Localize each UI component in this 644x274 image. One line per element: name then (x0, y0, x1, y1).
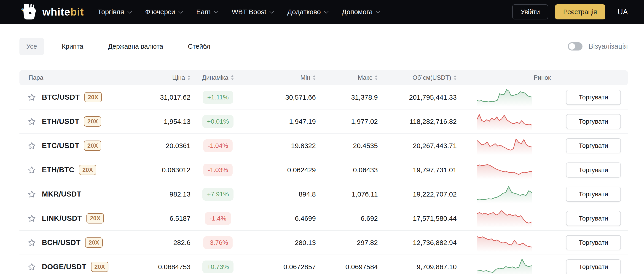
sparkline-chart (477, 112, 532, 131)
table-row: BCH/USDT20X282.6-3.76%280.13297.8212,736… (20, 231, 628, 255)
sort-icon[interactable] (454, 75, 457, 80)
header-max[interactable]: Макс (316, 74, 378, 81)
pair-name: MKR/USDT (42, 190, 82, 198)
price-value: 1,954.13 (122, 118, 190, 125)
change-badge: -3.76% (203, 236, 233, 249)
pair-cell[interactable]: ETH/BTC20X (20, 165, 122, 175)
menu-item-4[interactable]: WBT Boost (232, 8, 272, 16)
menu-item-2[interactable]: Ф'ючерси (145, 8, 182, 16)
favorite-star-icon[interactable] (28, 117, 36, 126)
trade-button[interactable]: Торгувати (566, 235, 621, 250)
leverage-badge: 20X (79, 165, 96, 175)
change-cell: +7.91% (190, 188, 246, 201)
market-sparkline (457, 137, 552, 155)
filter-tab-4[interactable]: Стейбл (181, 38, 217, 55)
volume-value: 19,222,707.02 (378, 190, 457, 198)
change-cell: -3.76% (190, 236, 246, 249)
menu-item-label: WBT Boost (232, 8, 266, 16)
menu-item-label: Додатково (287, 8, 321, 16)
pair-cell[interactable]: ETC/USDT20X (20, 141, 122, 151)
filter-tab-2[interactable]: Крипта (55, 38, 90, 55)
sparkline-chart (477, 258, 532, 274)
change-badge: +7.91% (202, 188, 234, 201)
header-min[interactable]: Мін (246, 74, 316, 81)
max-value: 0.0697584 (316, 263, 378, 271)
menu-item-6[interactable]: Допомога (342, 8, 379, 16)
pair-name: DOGE/USDT (42, 263, 86, 271)
trade-button[interactable]: Торгувати (566, 90, 621, 105)
whitebit-bird-icon (20, 4, 39, 20)
menu-item-5[interactable]: Додатково (287, 8, 327, 16)
pair-cell[interactable]: DOGE/USDT20X (20, 262, 122, 272)
header-price[interactable]: Ціна (122, 74, 190, 81)
leverage-badge: 20X (85, 238, 102, 248)
sort-icon[interactable] (374, 75, 378, 80)
change-badge: -1.04% (203, 139, 233, 152)
visualization-toggle[interactable] (568, 42, 582, 50)
trade-button[interactable]: Торгувати (566, 259, 621, 274)
pair-cell[interactable]: MKR/USDT (20, 190, 122, 198)
max-value: 1,076.11 (316, 190, 378, 198)
login-button[interactable]: Увійти (512, 4, 548, 19)
trade-button[interactable]: Торгувати (566, 138, 621, 153)
content: УсеКриптаДержавна валютаСтейбл Візуаліза… (0, 31, 644, 274)
max-value: 297.82 (316, 239, 378, 247)
favorite-star-icon[interactable] (28, 214, 36, 223)
pair-cell[interactable]: BTC/USDT20X (20, 92, 122, 102)
favorite-star-icon[interactable] (28, 93, 36, 101)
visualization-control: Візуалізація (568, 42, 628, 50)
trade-button[interactable]: Торгувати (566, 163, 621, 178)
market-sparkline (457, 258, 552, 274)
menu-item-1[interactable]: Торгівля (98, 8, 130, 16)
favorite-star-icon[interactable] (28, 166, 36, 174)
navbar: whitebit ТоргівляФ'ючерсиEarnWBT BoostДо… (0, 0, 644, 24)
header-pair: Пара (20, 74, 122, 81)
market-sparkline (457, 209, 552, 228)
trade-button[interactable]: Торгувати (566, 211, 621, 226)
table-header: Пара Ціна Динаміка Мін Макс Об`єм(USDT) … (20, 70, 628, 85)
chevron-down-icon (128, 9, 132, 13)
sort-icon[interactable] (187, 75, 190, 80)
filter-tab-1[interactable]: Усе (20, 38, 44, 55)
min-value: 280.13 (246, 239, 316, 247)
pair-name: ETC/USDT (42, 141, 79, 150)
chevron-down-icon (214, 9, 218, 13)
visualization-label: Візуалізація (588, 42, 628, 50)
volume-value: 201,795,441.33 (378, 93, 457, 101)
sort-icon[interactable] (312, 75, 316, 80)
table-row: ETC/USDT20X20.0361-1.04%19.832220.453520… (20, 134, 628, 158)
pair-cell[interactable]: ETH/USDT20X (20, 116, 122, 127)
leverage-badge: 20X (84, 116, 101, 127)
price-value: 31,017.62 (122, 93, 190, 101)
brand-logo[interactable]: whitebit (20, 4, 84, 20)
leverage-badge: 20X (84, 141, 101, 151)
favorite-star-icon[interactable] (28, 142, 36, 150)
trade-button[interactable]: Торгувати (566, 114, 621, 129)
header-volume[interactable]: Об`єм(USDT) (378, 74, 457, 81)
header-change[interactable]: Динаміка (190, 74, 246, 81)
change-cell: +0.73% (190, 261, 246, 273)
sparkline-chart (477, 209, 532, 228)
favorite-star-icon[interactable] (28, 263, 36, 271)
menu-item-label: Допомога (342, 8, 373, 16)
table-row: ETH/BTC20X0.063012-1.03%0.0624290.064331… (20, 158, 628, 182)
sparkline-chart (477, 137, 532, 155)
action-cell: Торгувати (552, 163, 628, 178)
chevron-down-icon (270, 9, 274, 13)
max-value: 6.692 (316, 215, 378, 222)
language-selector[interactable]: UA (618, 8, 628, 16)
favorite-star-icon[interactable] (28, 190, 36, 198)
pair-cell[interactable]: LINK/USDT20X (20, 213, 122, 224)
filter-tab-3[interactable]: Державна валюта (101, 38, 170, 55)
sort-icon[interactable] (231, 75, 234, 80)
change-cell: +0.01% (190, 115, 246, 128)
menu-item-3[interactable]: Earn (196, 8, 217, 16)
max-value: 1,977.02 (316, 118, 378, 125)
pair-cell[interactable]: BCH/USDT20X (20, 238, 122, 248)
action-cell: Торгувати (552, 90, 628, 105)
volume-value: 20,267,443.71 (378, 142, 457, 150)
trade-button[interactable]: Торгувати (566, 187, 621, 202)
navbar-right: Увійти Реєстрація UA (512, 4, 628, 19)
favorite-star-icon[interactable] (28, 239, 36, 247)
register-button[interactable]: Реєстрація (555, 4, 605, 19)
